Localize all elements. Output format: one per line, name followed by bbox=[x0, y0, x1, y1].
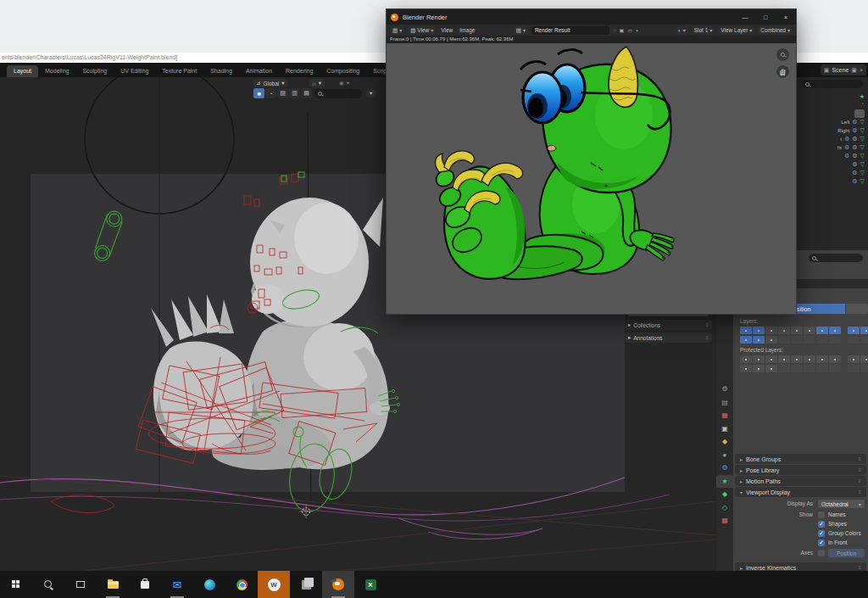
properties-tab-output[interactable]: ▦ bbox=[716, 409, 733, 422]
outliner-row[interactable]: t⚙⚙▽ bbox=[840, 135, 865, 143]
workspace-tab-shading[interactable]: Shading bbox=[203, 65, 239, 77]
open-image-icon[interactable]: ▭ bbox=[627, 27, 632, 33]
axes-position-slider[interactable]: Position bbox=[828, 549, 865, 557]
layer-toggle[interactable] bbox=[753, 336, 765, 344]
group-colors-checkbox[interactable]: ✓ bbox=[818, 530, 825, 537]
layer-toggle[interactable] bbox=[778, 355, 790, 363]
layer-toggle[interactable] bbox=[791, 365, 803, 372]
properties-tab-texture[interactable]: ▦ bbox=[716, 514, 733, 527]
layer-toggle[interactable] bbox=[740, 355, 752, 363]
layer-toggle[interactable] bbox=[860, 327, 868, 334]
layer-toggle[interactable] bbox=[829, 327, 841, 334]
properties-tab-modifiers[interactable]: ⚙ bbox=[716, 461, 733, 474]
delete-scene-icon[interactable]: × bbox=[860, 67, 863, 73]
properties-tab-world[interactable]: ● bbox=[716, 449, 733, 461]
taskbar-task-view[interactable] bbox=[64, 571, 97, 598]
properties-tab-view-layer[interactable]: ▣ bbox=[716, 422, 733, 435]
display-as-dropdown[interactable]: Octahedral ▾ bbox=[818, 500, 865, 508]
properties-tab-bone-constraint[interactable]: ◇ bbox=[716, 501, 733, 514]
bone-groups-panel-header[interactable]: ▸Bone Groups≡ bbox=[735, 454, 866, 464]
layer-toggle[interactable] bbox=[848, 327, 860, 334]
snap-dropdown[interactable]: ∩ ▾ bbox=[309, 79, 325, 87]
layer-toggle[interactable] bbox=[804, 336, 815, 344]
layer-toggle[interactable] bbox=[765, 336, 777, 344]
render-result-image[interactable] bbox=[387, 43, 796, 314]
outliner-row[interactable]: ht⚙⚙▽ bbox=[837, 143, 865, 151]
viewport-search-input[interactable] bbox=[314, 89, 362, 98]
workspace-tab-modeling[interactable]: Modeling bbox=[38, 65, 75, 77]
fake-user-icon[interactable]: ○ bbox=[613, 28, 616, 33]
layer-toggle[interactable] bbox=[753, 355, 765, 363]
layer-toggle[interactable] bbox=[860, 336, 868, 344]
outliner-row[interactable]: ★ bbox=[860, 92, 865, 100]
workspace-tab-uv-editing[interactable]: UV Editing bbox=[114, 65, 155, 77]
layer-toggle[interactable] bbox=[791, 327, 803, 334]
render-pass-dropdown[interactable]: Combined ▾ bbox=[758, 26, 793, 35]
outliner-row[interactable]: ⚙⚙▽ bbox=[844, 152, 865, 159]
taskbar-w-app[interactable]: W bbox=[258, 571, 290, 598]
layer-toggle[interactable] bbox=[804, 355, 815, 363]
view-menu[interactable]: View bbox=[439, 27, 454, 33]
layer-toggle[interactable] bbox=[816, 355, 828, 363]
blender-render-window[interactable]: Blender Render — □ × ▨ ▾ ▨ View ▾ View I… bbox=[386, 8, 797, 315]
outliner-row[interactable]: ∴ bbox=[861, 101, 865, 109]
minimize-button[interactable]: — bbox=[735, 9, 755, 25]
layer-toggle[interactable] bbox=[816, 365, 828, 372]
layer-toggle[interactable] bbox=[829, 355, 841, 363]
image-name-field[interactable]: Render Result bbox=[531, 26, 609, 35]
workspace-tab-rendering[interactable]: Rendering bbox=[279, 65, 320, 77]
shapes-checkbox[interactable]: ✓ bbox=[818, 521, 825, 528]
viewport-display-panel-header[interactable]: ▾ Viewport Display ≡ bbox=[735, 487, 866, 497]
layer-toggle[interactable] bbox=[765, 365, 777, 372]
annotations-panel-header[interactable]: ▸ Annotations ≡ bbox=[625, 333, 712, 343]
brush-mode-button-1[interactable]: ■ bbox=[253, 88, 264, 98]
brush-mode-button-2[interactable]: ◔ bbox=[265, 88, 276, 98]
workspace-tab-compositing[interactable]: Compositing bbox=[320, 65, 366, 77]
workspace-tab-animation[interactable]: Animation bbox=[239, 65, 279, 77]
taskbar-blender[interactable] bbox=[322, 571, 354, 598]
layer-toggle[interactable] bbox=[860, 355, 868, 363]
names-checkbox[interactable] bbox=[818, 511, 825, 518]
viewport-options-dropdown[interactable]: ▾ bbox=[366, 89, 376, 98]
layer-toggle[interactable] bbox=[804, 365, 815, 372]
taskbar-search[interactable] bbox=[32, 571, 64, 598]
layer-toggle[interactable] bbox=[804, 327, 815, 334]
workspace-tab-texture-paint[interactable]: Texture Paint bbox=[155, 65, 203, 77]
outliner-row[interactable] bbox=[854, 109, 865, 117]
properties-tab-bone[interactable]: ◆ bbox=[716, 488, 733, 500]
layer-toggle[interactable] bbox=[740, 327, 752, 334]
rest-position-button[interactable] bbox=[846, 304, 868, 314]
brush-mode-button-4[interactable]: ▥ bbox=[289, 88, 300, 98]
new-scene-icon[interactable]: ▣ bbox=[851, 67, 857, 74]
layer-toggle[interactable] bbox=[791, 336, 803, 344]
brush-mode-button-5[interactable]: ▤ bbox=[301, 88, 312, 98]
collections-panel-header[interactable]: ▸ Collections ≡ bbox=[625, 320, 712, 330]
layer-toggle[interactable] bbox=[753, 327, 765, 334]
layer-toggle[interactable] bbox=[816, 336, 828, 344]
outliner-row[interactable]: ⚙▽ bbox=[852, 177, 865, 185]
layer-toggle[interactable] bbox=[848, 355, 860, 363]
unlink-icon[interactable]: × bbox=[636, 28, 639, 33]
pin-dropdown[interactable]: ◐ ▾ bbox=[676, 26, 688, 35]
taskbar-file-explorer[interactable] bbox=[97, 571, 129, 598]
close-button[interactable]: × bbox=[776, 9, 796, 25]
layer-toggle[interactable] bbox=[848, 336, 860, 344]
transform-orientation-dropdown[interactable]: ⊿ Global ▾ bbox=[253, 79, 288, 87]
layer-toggle[interactable] bbox=[860, 365, 868, 372]
image-datablock-dropdown[interactable]: ▨ ▾ bbox=[514, 26, 528, 35]
layer-toggle[interactable] bbox=[778, 336, 790, 344]
workspace-tab-layout[interactable]: Layout bbox=[7, 65, 38, 77]
layer-toggle[interactable] bbox=[765, 355, 777, 363]
slot-dropdown[interactable]: Slot 1 ▾ bbox=[692, 26, 715, 35]
outliner-row[interactable]: Right⚙▽ bbox=[837, 126, 865, 134]
taskbar-edge[interactable] bbox=[193, 571, 225, 598]
image-menu[interactable]: Image bbox=[458, 27, 476, 33]
taskbar-excel[interactable]: X bbox=[354, 571, 387, 598]
selected-item[interactable] bbox=[854, 109, 865, 118]
layer-toggle[interactable] bbox=[778, 327, 790, 334]
outliner-search-input[interactable] bbox=[802, 80, 863, 88]
layer-toggle[interactable] bbox=[816, 327, 828, 334]
in-front-checkbox[interactable]: ✓ bbox=[818, 539, 825, 546]
properties-tab-render[interactable]: ▤ bbox=[716, 396, 733, 409]
properties-tab-tool[interactable]: ⚙ bbox=[716, 383, 733, 395]
